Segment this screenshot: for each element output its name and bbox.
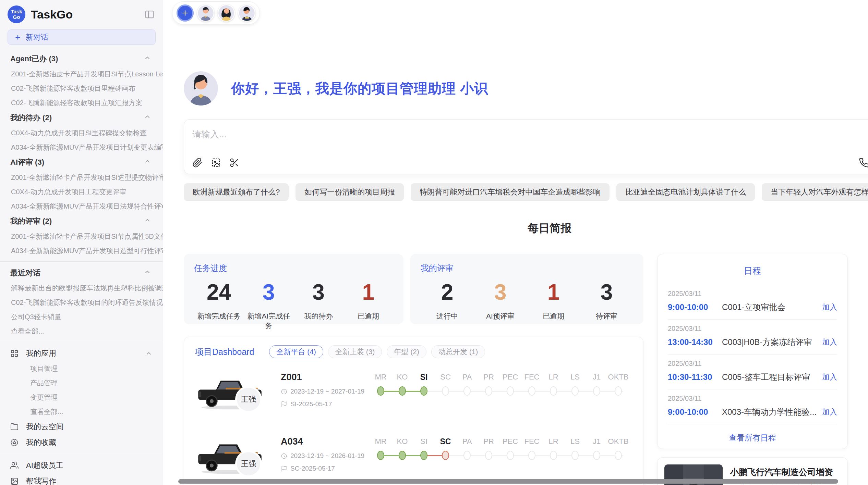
app-link-project-mgmt[interactable]: 项目管理 <box>0 361 163 376</box>
new-chat-button[interactable]: 新对话 <box>8 29 156 45</box>
milestone-dot-done <box>377 386 384 396</box>
suggestion-chip[interactable]: 特朗普可能对进口汽车增税会对中国车企造成哪些影响 <box>411 183 610 201</box>
add-agent-button[interactable] <box>177 4 194 22</box>
app-root: Task Go TaskGo 新对话 Agent已办 (3) Z001-全新燃油… <box>0 0 868 485</box>
project-info: Z001 2023-12-19 ~ 2027-01-19 SI-2025-05-… <box>281 371 370 408</box>
image-icon <box>10 477 19 485</box>
input-actions <box>192 158 868 168</box>
milestone-dot <box>442 386 449 396</box>
filter-powertrain[interactable]: 动总开发 (1) <box>431 345 485 358</box>
app-link-change-mgmt[interactable]: 变更管理 <box>0 390 163 405</box>
agent-avatar-1[interactable] <box>197 4 214 22</box>
view-all-schedule-link[interactable]: 查看所有日程 <box>668 424 837 451</box>
section-header-my-todo[interactable]: 我的待办 (2) <box>0 110 163 126</box>
suggestion-chip[interactable]: 比亚迪全固态电池计划具体说了什么 <box>616 183 755 201</box>
sidebar-item-favorites[interactable]: 我的收藏 <box>0 435 163 450</box>
filter-all-platform[interactable]: 全新平台 (4) <box>269 345 323 358</box>
image-upload-icon[interactable] <box>211 158 221 168</box>
sidebar-item[interactable]: C0X4-动力总成开发项目SI里程碑提交物检查 <box>0 126 163 140</box>
section-header-ai-review[interactable]: AI评审 (3) <box>0 154 163 170</box>
app-logo: Task Go <box>8 5 25 23</box>
sidebar-item-ai-super-staff[interactable]: AI超级员工 <box>0 458 163 473</box>
sidebar-item[interactable]: A034-全新新能源MUV产品开发项目计划变更表编写 <box>0 140 163 154</box>
filter-new-body[interactable]: 全新上装 (3) <box>328 345 382 358</box>
clock-icon <box>281 453 287 459</box>
chevron-up-icon <box>144 216 151 226</box>
sidebar-divider <box>0 261 163 262</box>
chat-input[interactable]: 请输入... <box>184 119 868 174</box>
milestone-dot-done <box>399 451 406 460</box>
project-row-a034[interactable]: 王强 A034 2023-12-19 ~ 2026-01-19 SC-2025-… <box>195 436 632 485</box>
daily-briefing-title: 每日简报 <box>184 221 868 236</box>
project-photo: 王强 <box>195 436 281 485</box>
schedule-entry: 2025/03/11 13:00-14:30 C003|H0B-方案冻结评审 加… <box>668 320 837 355</box>
app-title: TaskGo <box>31 8 144 21</box>
sidebar-divider <box>0 342 163 342</box>
section-header-my-review[interactable]: 我的评审 (2) <box>0 213 163 229</box>
recent-chat-view-all[interactable]: 查看全部... <box>0 324 163 338</box>
join-link[interactable]: 加入 <box>822 337 837 347</box>
briefing-columns: 任务进度 24 新增完成任务 3 新增AI完成任务 3 <box>184 254 868 485</box>
milestone-track: MR KO SI SC PA PR PEC FEC LR LS J1 <box>370 436 632 460</box>
agent-avatar-2[interactable] <box>218 4 235 22</box>
card-title: 任务进度 <box>194 263 393 274</box>
chevron-up-icon <box>144 113 151 123</box>
schedule-list: 2025/03/11 9:00-10:00 C001-立项审批会 加入 2025… <box>668 285 837 424</box>
recent-chat-item[interactable]: 公司Q3轻卡销量 <box>0 310 163 324</box>
assistant-avatar <box>184 71 218 105</box>
milestone-dot <box>615 451 622 460</box>
section-header-agent-done[interactable]: Agent已办 (3) <box>0 51 163 67</box>
milestone-dot <box>528 451 535 460</box>
milestone-dot-done <box>420 451 427 460</box>
milestone-track: MR KO SI SC PA PR PEC FEC LR LS J1 <box>370 371 632 396</box>
sidebar-item-help-me-write[interactable]: 帮我写作 <box>0 473 163 485</box>
project-row-z001[interactable]: 王强 Z001 2023-12-19 ~ 2027-01-19 SI-2025-… <box>195 371 632 423</box>
attachment-icon[interactable] <box>192 158 203 168</box>
stat-review-overdue: 1 已逾期 <box>527 280 580 321</box>
sidebar-item[interactable]: A034-全新新能源MUV产品开发项目法规符合性评审 <box>0 199 163 213</box>
input-actions-left <box>192 158 240 168</box>
recent-chat-item[interactable]: 解释最新出台的欧盟报废车法规再生塑料比例被调至15%... <box>0 281 163 295</box>
sidebar-item[interactable]: A034-全新新能源MUV产品开发项目造型可行性评审 <box>0 244 163 258</box>
milestone-dot <box>571 451 579 460</box>
scissors-icon[interactable] <box>229 158 240 168</box>
suggestion-chips: 欧洲新规最近颁布了什么? 如何写一份清晰的项目周报 特朗普可能对进口汽车增税会对… <box>184 183 868 201</box>
join-link[interactable]: 加入 <box>822 407 837 417</box>
sidebar-item[interactable]: C0X4-动力总成开发项目工程变更评审 <box>0 185 163 199</box>
sidebar-item[interactable]: Z001-全新燃油轻卡产品开发项目SI造型提交物评审 <box>0 170 163 185</box>
sidebar-item-cloud-space[interactable]: 我的云空间 <box>0 419 163 435</box>
project-code: Z001 <box>281 372 370 383</box>
project-photo: 王强 <box>195 371 281 423</box>
sidebar: Task Go TaskGo 新对话 Agent已办 (3) Z001-全新燃油… <box>0 0 163 485</box>
suggestion-chip[interactable]: 当下年轻人对汽车外观有怎样的喜好趋势 <box>762 183 868 201</box>
project-flag-milestone: SC-2025-05-17 <box>281 465 370 472</box>
plus-icon <box>14 34 22 41</box>
sidebar-item[interactable]: C02-飞腾新能源轻客改款项目立项汇报方案 <box>0 96 163 110</box>
section-header-recent-chats[interactable]: 最近对话 <box>0 265 163 281</box>
filter-year-model[interactable]: 年型 (2) <box>387 345 426 358</box>
sidebar-item-my-apps[interactable]: 我的应用 <box>0 346 163 361</box>
join-link[interactable]: 加入 <box>822 302 837 312</box>
stats-row: 任务进度 24 新增完成任务 3 新增AI完成任务 3 <box>184 254 643 324</box>
suggestion-chip[interactable]: 欧洲新规最近颁布了什么? <box>184 183 289 201</box>
sidebar-item[interactable]: C02-飞腾新能源轻客改款项目里程碑画布 <box>0 81 163 96</box>
recent-chat-item[interactable]: C02-飞腾新能源轻客改款项目的闭环通告反馈情况 <box>0 295 163 310</box>
suggestion-chip[interactable]: 如何写一份清晰的项目周报 <box>296 183 404 201</box>
milestone-dot <box>463 451 471 460</box>
sidebar-header: Task Go TaskGo <box>0 5 163 24</box>
phone-icon[interactable] <box>859 158 868 168</box>
join-link[interactable]: 加入 <box>822 372 837 382</box>
stat-new-ai-completed: 3 新增AI完成任务 <box>244 280 293 331</box>
milestone-dot <box>593 451 600 460</box>
flag-icon <box>281 401 287 408</box>
horizontal-scrollbar-thumb[interactable] <box>178 479 838 484</box>
project-dates: 2023-12-19 ~ 2026-01-19 <box>281 452 370 460</box>
sidebar-item[interactable]: Z001-全新燃油皮卡产品开发项目SI节点Lesson Learn报告 <box>0 67 163 81</box>
owner-badge: 王强 <box>237 388 260 411</box>
sidebar-item[interactable]: Z001-全新燃油轻卡产品开发项目SI节点属性5D文件评审 <box>0 229 163 244</box>
sidebar-collapse-icon[interactable] <box>144 9 155 20</box>
app-link-view-all[interactable]: 查看全部... <box>0 405 163 419</box>
clock-icon <box>281 388 287 395</box>
agent-avatar-3[interactable] <box>238 4 255 22</box>
app-link-product-mgmt[interactable]: 产品管理 <box>0 376 163 390</box>
